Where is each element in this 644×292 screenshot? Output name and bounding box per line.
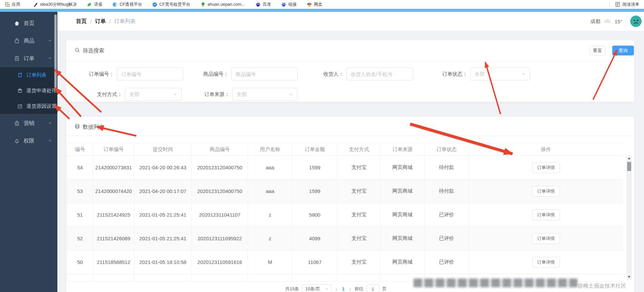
- table-cell: 网页商城: [381, 203, 425, 227]
- clipboard-icon: [14, 55, 20, 62]
- sidebar-item-return-requests[interactable]: 退货申请处理: [0, 83, 57, 98]
- filter-field-product-no: 商品编号：: [183, 68, 298, 80]
- order-detail-button[interactable]: 订单详情: [532, 257, 560, 268]
- prev-page-button[interactable]: ‹: [335, 286, 337, 292]
- column-header: 操作: [469, 143, 623, 156]
- sidebar-item-label: 权限: [24, 138, 34, 145]
- table-cell: 5800: [292, 203, 338, 227]
- triangle-up-icon: [628, 157, 630, 159]
- sidebar-item-home[interactable]: 首页: [0, 15, 57, 32]
- field-label: 订单来源：: [184, 91, 232, 98]
- chevron-down-icon: [48, 38, 52, 44]
- reset-button[interactable]: 重置: [589, 46, 606, 55]
- table-cell: 2020123111095922: [192, 227, 248, 250]
- table-cell: 2020123110591616: [192, 250, 248, 274]
- scrollbar-thumb[interactable]: [627, 162, 631, 171]
- filter-field-order-source: 订单来源： 全部: [184, 88, 297, 101]
- table-cell: 211521424925: [93, 203, 134, 227]
- order-source-select[interactable]: 全部: [232, 88, 297, 101]
- netdisk-icon: [307, 2, 312, 7]
- table-cell-actions: 订单详情: [469, 227, 623, 250]
- sidebar-item-orders[interactable]: 订单: [0, 50, 57, 67]
- table-cell: 2142000273831: [93, 156, 134, 179]
- sidebar-item-label: 商品: [24, 38, 34, 45]
- order-detail-button[interactable]: 订单详情: [532, 233, 560, 244]
- sidebar-item-label: 营销: [24, 120, 34, 127]
- sidebar-scrollbar-thumb[interactable]: [54, 15, 57, 88]
- bookmark-item-link[interactable]: 链接: [278, 1, 299, 8]
- bookmark-item-idea[interactable]: idea30分钟bug解决: [30, 1, 79, 8]
- bookmark-item-apps[interactable]: 应用: [2, 1, 23, 8]
- page-size-value: 15条/页: [305, 286, 320, 292]
- table-cell: z: [248, 227, 292, 250]
- chevron-down-icon: [173, 92, 177, 97]
- field-label: 商品编号：: [183, 71, 231, 77]
- column-header: 订单来源: [381, 143, 425, 156]
- bookmark-item-netdisk[interactable]: 网盘: [304, 1, 325, 8]
- chevron-down-icon: [521, 71, 526, 77]
- chevron-down-icon: [48, 120, 52, 126]
- scrollbar-up-button[interactable]: [626, 155, 632, 161]
- next-page-button[interactable]: ›: [349, 286, 351, 292]
- column-header: 用户名称: [248, 143, 292, 156]
- bookmarks-divider: [609, 2, 610, 7]
- table-cell: 2021-01-05 21:25:41: [134, 203, 192, 227]
- breadcrumb-home[interactable]: 首页: [76, 18, 87, 25]
- bookmark-item-yuque[interactable]: 语雀: [84, 1, 105, 8]
- breadcrumb-current: 订单列表: [114, 18, 136, 25]
- column-header: 订单编号: [93, 143, 134, 156]
- table-cell: 支付宝: [338, 250, 381, 274]
- order-detail-button[interactable]: 订单详情: [532, 162, 560, 173]
- data-card-title: 数据列表: [75, 122, 104, 132]
- column-header: 编号: [67, 143, 93, 156]
- reading-list-button[interactable]: 阅读清单: [612, 1, 642, 8]
- column-header: 商品编号: [192, 143, 248, 156]
- table-cell: 待付款: [425, 179, 469, 203]
- bookmark-item-uepan[interactable]: ahuan.uepan.com...: [198, 1, 248, 8]
- table-cell: 支付宝: [338, 227, 381, 250]
- order-detail-button[interactable]: 订单详情: [532, 210, 560, 220]
- page-size-select[interactable]: 15条/页: [302, 284, 332, 292]
- filter-field-order-status: 订单状态： 全部: [422, 68, 530, 80]
- site-watermark: @稀土掘金技术社区: [578, 283, 626, 290]
- table-cell: 支付宝: [338, 179, 381, 203]
- table-cell: aaa: [248, 179, 292, 203]
- goto-page-input[interactable]: [367, 284, 379, 292]
- sidebar-item-order-list[interactable]: 订单列表: [0, 67, 57, 83]
- bookmark-item-baidu[interactable]: 百度: [253, 1, 274, 8]
- order-no-input[interactable]: [117, 68, 183, 80]
- select-value: 全部: [237, 91, 247, 98]
- field-label: 收货人：: [298, 71, 346, 77]
- search-button[interactable]: 查询: [612, 46, 634, 55]
- bookmark-item-cf2[interactable]: CF黑号租赁平台: [150, 1, 193, 8]
- breadcrumb-orders[interactable]: 订单: [95, 18, 106, 25]
- pen-icon: [33, 2, 38, 7]
- pay-type-select[interactable]: 全部: [125, 88, 182, 101]
- header-bar: 首页 / 订单 / 订单列表 成都 15°: [57, 12, 644, 31]
- package-box-icon: [17, 88, 23, 93]
- current-page[interactable]: 1: [341, 286, 346, 292]
- table-cell: 2020123120400750: [192, 156, 248, 179]
- table-cell: [93, 274, 134, 282]
- table-cell: 54: [67, 156, 93, 179]
- product-no-input[interactable]: [231, 68, 298, 80]
- sidebar-item-return-reasons[interactable]: 退货原因设置: [0, 98, 57, 114]
- baidu-paw-icon: [256, 2, 261, 7]
- marketing-bag-icon: [14, 120, 20, 126]
- scrollbar-down-button[interactable]: [626, 274, 632, 280]
- sidebar-item-label: 退货申请处理: [26, 88, 57, 94]
- table-cell-actions: 订单详情: [469, 250, 623, 274]
- order-status-select[interactable]: 全部: [470, 68, 530, 80]
- yuque-leaf-icon: [87, 2, 92, 7]
- order-detail-button[interactable]: 订单详情: [532, 186, 560, 197]
- sidebar-item-goods[interactable]: 商品: [0, 32, 57, 50]
- receiver-input[interactable]: [346, 68, 413, 80]
- avatar[interactable]: [630, 16, 642, 27]
- table-cell: [292, 274, 338, 282]
- table-cell: 1599: [292, 179, 338, 203]
- bookmark-item-cf1[interactable]: CF透视平台: [110, 1, 145, 8]
- sidebar-item-permissions[interactable]: 权限: [0, 132, 57, 150]
- sidebar-item-marketing[interactable]: 营销: [0, 115, 57, 132]
- breadcrumb-separator: /: [90, 19, 91, 25]
- table-cell: 待付款: [425, 156, 469, 179]
